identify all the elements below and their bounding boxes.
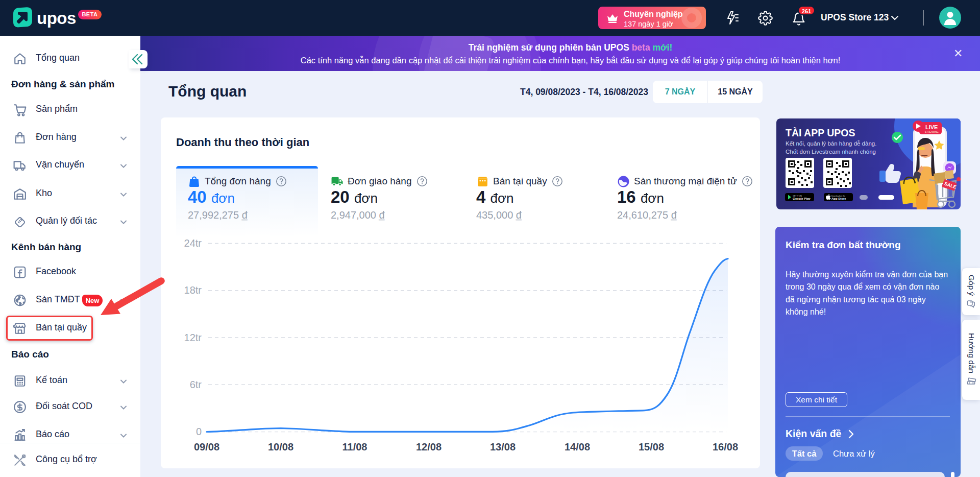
svg-text:12/08: 12/08	[416, 441, 442, 452]
svg-text:Google Play: Google Play	[793, 197, 811, 200]
svg-text:15/08: 15/08	[639, 441, 664, 452]
svg-text:14/08: 14/08	[565, 441, 590, 452]
svg-text:12tr: 12tr	[184, 332, 202, 343]
svg-text:0: 0	[196, 426, 202, 437]
svg-text:LIVE: LIVE	[925, 124, 938, 130]
svg-text:App Store: App Store	[831, 197, 846, 200]
svg-text:16/08: 16/08	[713, 441, 738, 452]
svg-text:09/08: 09/08	[194, 441, 219, 452]
svg-text:10/08: 10/08	[268, 441, 293, 452]
svg-text:11/08: 11/08	[342, 441, 368, 452]
svg-text:13/08: 13/08	[490, 441, 516, 452]
svg-text:24tr: 24tr	[184, 237, 202, 249]
svg-text:STREAMING: STREAMING	[925, 131, 939, 133]
svg-text:6tr: 6tr	[190, 379, 202, 390]
svg-text:18tr: 18tr	[184, 284, 202, 296]
